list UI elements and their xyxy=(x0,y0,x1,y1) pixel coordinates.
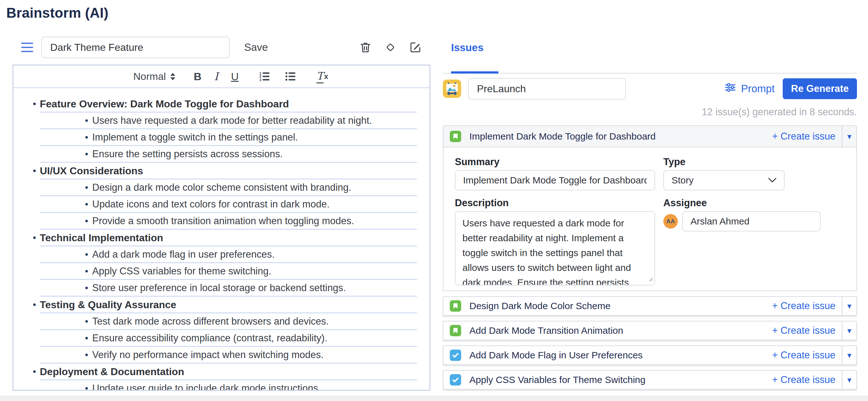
issue-title: Add Dark Mode Flag in User Preferences xyxy=(469,350,643,361)
editor-line[interactable]: •Deployment & Documentation xyxy=(40,363,417,380)
epic-row: Prompt Re Generate xyxy=(443,78,857,99)
generation-status: 12 issue(s) generated in 8 seconds. xyxy=(443,106,857,118)
editor-line[interactable]: •Update icons and text colors for contra… xyxy=(40,196,417,213)
resize-grip-icon[interactable] xyxy=(648,277,653,283)
epic-name-input[interactable] xyxy=(468,78,626,99)
save-button[interactable]: Save xyxy=(244,41,268,53)
description-textarea[interactable]: Users have requested a dark mode for bet… xyxy=(455,211,655,286)
issue-title: Apply CSS Variables for Theme Switching xyxy=(469,374,645,385)
editor-line[interactable]: •Test dark mode across different browser… xyxy=(40,313,417,330)
issue-card-expanded: Implement Dark Mode Toggle for Dashboard… xyxy=(443,125,857,291)
document-panel: Save xyxy=(12,37,430,391)
editor-line-text: Feature Overview: Dark Mode Toggle for D… xyxy=(40,98,289,109)
bold-button[interactable]: B xyxy=(194,70,202,83)
document-name-input[interactable] xyxy=(41,37,229,58)
chevron-down-icon[interactable]: ▾ xyxy=(842,297,856,315)
issue-card-header[interactable]: Add Dark Mode Flag in User Preferences +… xyxy=(443,346,856,364)
editor-line-text: Add a dark mode flag in user preferences… xyxy=(40,246,275,263)
bullet-list-icon[interactable] xyxy=(284,70,297,83)
create-issue-button[interactable]: + Create issue xyxy=(772,131,835,142)
issue-card-body: Summary Type Story Description A xyxy=(443,147,856,291)
document-actions xyxy=(359,41,422,54)
editor-line-text: Ensure the setting persists across sessi… xyxy=(40,146,283,162)
summary-input[interactable] xyxy=(455,170,655,190)
bullet-glyph: • xyxy=(85,196,88,212)
assignee-avatar[interactable]: AA xyxy=(663,214,678,229)
epic-artboard-icon xyxy=(443,79,461,98)
issue-card-header[interactable]: Add Dark Mode Transition Animation + Cre… xyxy=(443,322,856,340)
edit-icon[interactable] xyxy=(409,41,422,54)
prompt-button[interactable]: Prompt xyxy=(724,81,775,96)
issues-panel: Issues xyxy=(443,37,857,391)
delete-icon[interactable] xyxy=(359,41,372,54)
tab-issues[interactable]: Issues xyxy=(451,42,484,54)
type-select-value: Story xyxy=(672,175,694,186)
assignee-input[interactable] xyxy=(682,211,820,231)
clear-formatting-button[interactable]: Tx xyxy=(316,70,328,83)
rich-text-editor: Normal B I U 123 xyxy=(12,65,430,391)
editor-line[interactable]: •Ensure accessibility compliance (contra… xyxy=(40,330,417,347)
bullet-glyph: • xyxy=(33,96,36,112)
editor-line-text: Apply CSS variables for theme switching. xyxy=(40,263,271,279)
editor-line[interactable]: •Users have requested a dark mode for be… xyxy=(40,112,417,129)
editor-line-text: Deployment & Documentation xyxy=(40,366,184,377)
editor-line[interactable]: •Ensure the setting persists across sess… xyxy=(40,146,417,163)
editor-line-text: Update user guide to include dark mode i… xyxy=(40,380,321,391)
type-select[interactable]: Story xyxy=(663,170,785,190)
editor-line-text: Implement a toggle switch in the setting… xyxy=(40,129,298,145)
description-label: Description xyxy=(455,197,655,208)
regenerate-button[interactable]: Re Generate xyxy=(783,78,857,99)
story-type-icon xyxy=(450,325,461,336)
document-toolbar-row: Save xyxy=(12,37,430,58)
create-issue-button[interactable]: + Create issue xyxy=(772,325,835,336)
editor-line[interactable]: •Verify no performance impact when switc… xyxy=(40,347,417,363)
paragraph-style-select[interactable]: Normal xyxy=(133,71,175,82)
story-type-icon xyxy=(450,300,461,312)
bullet-glyph: • xyxy=(85,313,88,330)
chevron-down-icon[interactable]: ▾ xyxy=(842,346,856,364)
sliders-icon xyxy=(724,81,737,96)
create-issue-button[interactable]: + Create issue xyxy=(772,349,835,361)
create-issue-button[interactable]: + Create issue xyxy=(772,374,835,386)
editor-line[interactable]: •Store user preference in local storage … xyxy=(40,280,417,297)
bullet-glyph: • xyxy=(85,380,88,391)
chevron-down-icon[interactable]: ▾ xyxy=(842,371,856,389)
editor-line[interactable]: •Technical Implementation xyxy=(40,230,417,246)
editor-content[interactable]: •Feature Overview: Dark Mode Toggle for … xyxy=(13,88,430,391)
issue-card-collapsed: Apply CSS Variables for Theme Switching … xyxy=(443,370,857,390)
bullet-glyph: • xyxy=(85,213,88,229)
issue-card-collapsed: Design Dark Mode Color Scheme + Create i… xyxy=(443,296,857,316)
editor-line[interactable]: •UI/UX Considerations xyxy=(40,163,417,179)
issue-card-header[interactable]: Implement Dark Mode Toggle for Dashboard… xyxy=(443,126,856,147)
eraser-icon[interactable] xyxy=(384,41,397,54)
issue-card-collapsed: Add Dark Mode Transition Animation + Cre… xyxy=(443,321,857,340)
italic-button[interactable]: I xyxy=(214,70,218,83)
chevron-down-icon[interactable]: ▾ xyxy=(842,126,856,147)
editor-line[interactable]: •Provide a smooth transition animation w… xyxy=(40,213,417,230)
editor-line[interactable]: •Design a dark mode color scheme consist… xyxy=(40,179,417,196)
chevron-down-icon xyxy=(768,178,776,183)
issue-card-header[interactable]: Design Dark Mode Color Scheme + Create i… xyxy=(443,297,856,315)
clear-formatting-x: x xyxy=(324,72,328,81)
task-type-icon xyxy=(450,349,461,361)
editor-line-text: Users have requested a dark mode for bet… xyxy=(40,112,372,129)
issues-tabbar: Issues xyxy=(443,37,857,74)
editor-line[interactable]: •Add a dark mode flag in user preference… xyxy=(40,246,417,263)
editor-line[interactable]: •Feature Overview: Dark Mode Toggle for … xyxy=(40,96,417,112)
issue-card-header[interactable]: Apply CSS Variables for Theme Switching … xyxy=(443,371,856,389)
editor-line-text: Testing & Quality Assurance xyxy=(40,299,176,310)
editor-line[interactable]: •Testing & Quality Assurance xyxy=(40,297,417,313)
ordered-list-icon[interactable]: 123 xyxy=(258,70,271,83)
issue-title: Design Dark Mode Color Scheme xyxy=(469,301,611,311)
editor-toolbar: Normal B I U 123 xyxy=(13,65,430,88)
editor-line[interactable]: •Implement a toggle switch in the settin… xyxy=(40,129,417,146)
underline-button[interactable]: U xyxy=(231,70,239,83)
create-issue-button[interactable]: + Create issue xyxy=(772,300,835,312)
editor-line[interactable]: •Apply CSS variables for theme switching… xyxy=(40,263,417,280)
assignee-label: Assignee xyxy=(663,197,785,208)
menu-icon[interactable] xyxy=(21,43,33,52)
chevron-down-icon[interactable]: ▾ xyxy=(842,322,856,340)
bullet-glyph: • xyxy=(85,347,88,363)
editor-line[interactable]: •Update user guide to include dark mode … xyxy=(40,380,417,391)
bullet-glyph: • xyxy=(85,330,88,346)
